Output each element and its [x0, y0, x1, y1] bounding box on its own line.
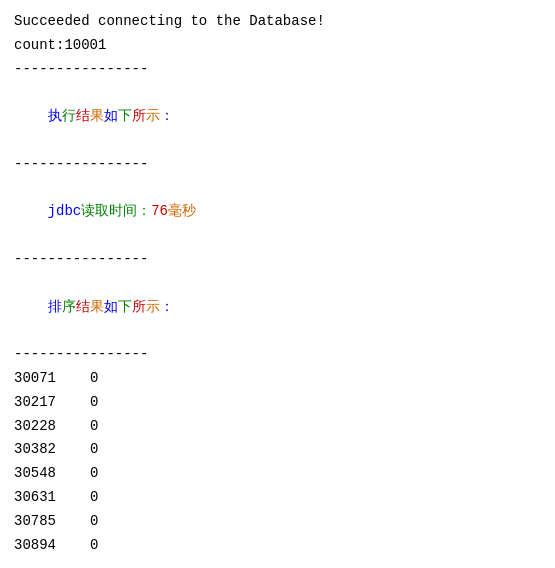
jdbc-text: jdbc — [48, 203, 82, 219]
section2-char6: 下 — [118, 299, 132, 315]
section1-char8: 示 — [146, 108, 160, 124]
read-time-text: 读取时间： — [81, 203, 151, 219]
section2-char1: 排 — [48, 299, 62, 315]
time-unit: 毫秒 — [168, 203, 196, 219]
section2-label: 排序结果如下所示： — [14, 272, 541, 343]
section2-char9: ： — [160, 299, 174, 315]
row-col2: 0 — [90, 486, 98, 510]
jdbc-line: jdbc读取时间：76毫秒 — [14, 177, 541, 248]
table-row: 306310 — [14, 486, 541, 510]
row-col1: 30382 — [14, 438, 74, 462]
section2-char3: 结 — [76, 299, 90, 315]
table-row: 305480 — [14, 462, 541, 486]
section1-label: 执行结果如下所示： — [14, 81, 541, 152]
table-row: 308940 — [14, 534, 541, 558]
row-col1: 30785 — [14, 510, 74, 534]
row-col2: 0 — [90, 462, 98, 486]
section1-char7: 所 — [132, 108, 146, 124]
section1-char1: 执 — [48, 108, 62, 124]
row-col1: 30228 — [14, 415, 74, 439]
data-table: 3007103021703022803038203054803063103078… — [14, 367, 541, 557]
row-col2: 0 — [90, 534, 98, 558]
section1-char9: ： — [160, 108, 174, 124]
row-col2: 0 — [90, 391, 98, 415]
section1-char3: 结 — [76, 108, 90, 124]
section2-char4: 果 — [90, 299, 104, 315]
table-row: 302280 — [14, 415, 541, 439]
row-col2: 0 — [90, 415, 98, 439]
row-col1: 30071 — [14, 367, 74, 391]
section1-char6: 下 — [118, 108, 132, 124]
row-col2: 0 — [90, 367, 98, 391]
row-col1: 30217 — [14, 391, 74, 415]
table-row: 300710 — [14, 367, 541, 391]
row-col2: 0 — [90, 510, 98, 534]
section2-char8: 示 — [146, 299, 160, 315]
divider-2: ---------------- — [14, 153, 541, 177]
divider-4: ---------------- — [14, 343, 541, 367]
divider-3: ---------------- — [14, 248, 541, 272]
row-col2: 0 — [90, 438, 98, 462]
table-row: 302170 — [14, 391, 541, 415]
section2-char2: 序 — [62, 299, 76, 315]
section2-char7: 所 — [132, 299, 146, 315]
time-value: 76 — [151, 203, 168, 219]
section2-char5: 如 — [104, 299, 118, 315]
section1-char5: 如 — [104, 108, 118, 124]
row-col1: 30894 — [14, 534, 74, 558]
row-col1: 30631 — [14, 486, 74, 510]
section1-char4: 果 — [90, 108, 104, 124]
row-col1: 30548 — [14, 462, 74, 486]
table-row: 307850 — [14, 510, 541, 534]
success-message: Succeeded connecting to the Database! — [14, 10, 541, 34]
table-row: 303820 — [14, 438, 541, 462]
output-container: Succeeded connecting to the Database! co… — [14, 10, 541, 557]
section1-char2: 行 — [62, 108, 76, 124]
divider-1: ---------------- — [14, 58, 541, 82]
count-line: count:10001 — [14, 34, 541, 58]
